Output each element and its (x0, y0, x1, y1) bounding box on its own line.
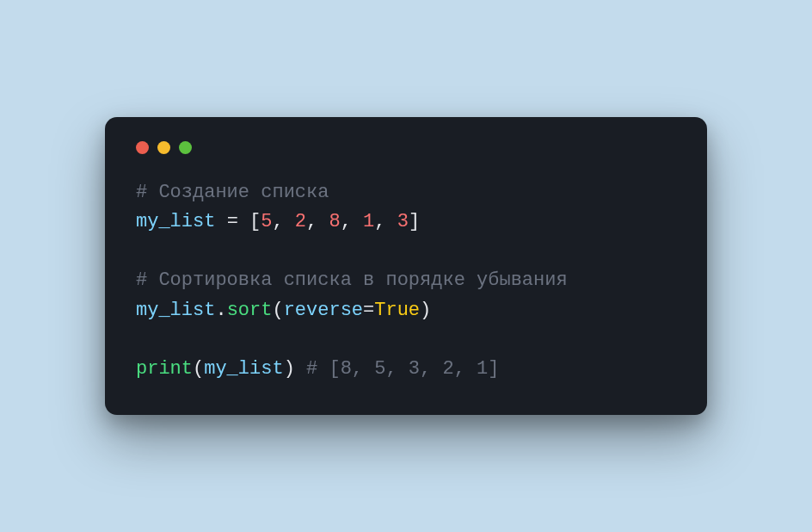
code-variable: my_list (136, 211, 215, 232)
code-comma: , (306, 211, 329, 232)
code-boolean: True (374, 300, 420, 321)
code-comment: # Сортировка списка в порядке убывания (136, 269, 568, 291)
code-text (295, 358, 306, 380)
code-comment: # Создание списка (136, 182, 329, 203)
code-text (215, 211, 226, 232)
code-dot: . (215, 300, 226, 321)
code-number: 8 (329, 211, 340, 232)
code-bracket: [ (249, 211, 261, 232)
code-window: # Создание списка my_list = [5, 2, 8, 1,… (105, 117, 707, 415)
code-number: 1 (363, 211, 374, 232)
code-paren: ( (193, 358, 204, 380)
code-comma: , (374, 211, 397, 232)
code-variable: my_list (204, 358, 283, 380)
window-titlebar (136, 141, 676, 154)
code-paren: ) (420, 300, 431, 321)
code-number: 2 (295, 211, 306, 232)
code-comment: # [8, 5, 3, 2, 1] (306, 358, 499, 380)
minimize-icon[interactable] (157, 141, 170, 154)
code-paren: ( (272, 300, 283, 321)
code-paren: ) (284, 358, 295, 380)
code-argument: reverse (284, 300, 363, 321)
code-function: print (136, 358, 193, 380)
code-bracket: ] (409, 211, 420, 232)
maximize-icon[interactable] (179, 141, 192, 154)
code-operator: = (227, 211, 238, 232)
code-method: sort (227, 300, 273, 321)
code-operator: = (363, 300, 374, 321)
code-comma: , (341, 211, 363, 232)
code-number: 5 (261, 211, 272, 232)
code-block: # Создание списка my_list = [5, 2, 8, 1,… (136, 178, 676, 384)
close-icon[interactable] (136, 141, 149, 154)
code-text (238, 211, 249, 232)
code-number: 3 (397, 211, 409, 232)
code-comma: , (272, 211, 294, 232)
code-variable: my_list (136, 300, 215, 321)
